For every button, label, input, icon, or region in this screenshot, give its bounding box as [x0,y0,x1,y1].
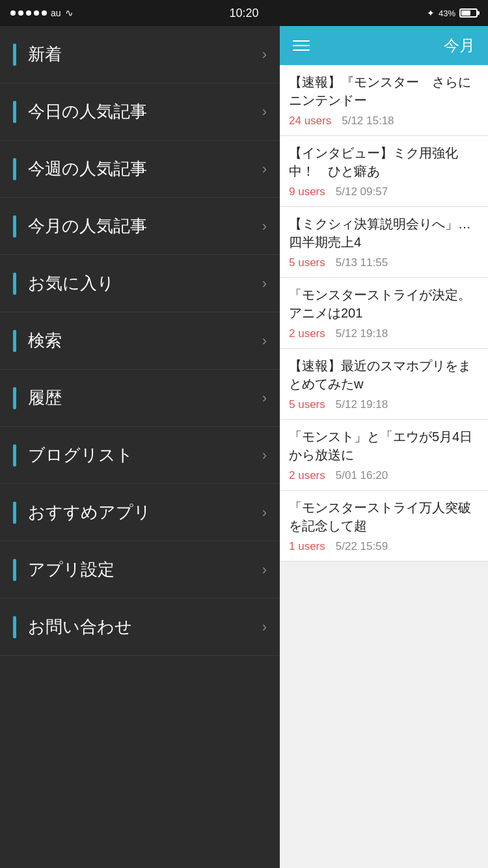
chevron-right-icon: › [262,447,267,464]
article-title: 【速報】『モンスター さらにニンテンドー [289,73,479,109]
sidebar-label: ブログリスト [28,444,262,467]
article-date: 5/12 09:57 [336,185,388,198]
chevron-right-icon: › [262,390,267,407]
sidebar-item-rireki[interactable]: 履歴 › [0,370,280,427]
article-title: 【インタビュー】ミク用強化中！ ひと癖あ [289,144,479,180]
sidebar-label: 今週の人気記事 [28,157,262,180]
status-left: au ∿ [10,7,74,19]
article-title: 「モンスターストライ万人突破を記念して超 [289,498,479,535]
article-meta: 2 users 5/12 19:18 [289,327,479,340]
sidebar-item-kongetsu[interactable]: 今月の人気記事 › [0,198,280,255]
sidebar-accent [13,273,16,295]
sidebar-item-settei[interactable]: アプリ設定 › [0,541,280,599]
right-header: 今月 [280,26,488,65]
sidebar-label: お問い合わせ [28,616,262,638]
right-panel: 今月 【速報】『モンスター さらにニンテンドー 24 users 5/12 15… [280,26,488,868]
chevron-right-icon: › [262,562,267,578]
article-users: 5 users [289,256,325,269]
article-title: 【速報】最近のスマホプリをまとめてみたw [289,357,479,393]
article-item[interactable]: 【ミクシィ決算説明会りへ」…四半期売上4 5 users 5/13 11:55 [280,207,488,278]
main-layout: 新着 › 今日の人気記事 › 今週の人気記事 › 今月の人気記事 › お気に入り… [0,26,488,868]
header-title: 今月 [444,35,475,56]
article-users: 5 users [289,398,325,411]
sidebar-label: 新着 [28,43,262,66]
hamburger-button[interactable] [293,40,310,51]
article-date: 5/12 19:18 [336,398,388,411]
sidebar-accent [13,158,16,180]
sidebar-accent [13,559,16,581]
hamburger-line [293,45,310,46]
article-users: 24 users [289,115,331,128]
article-users: 2 users [289,469,325,482]
sidebar-item-osusume[interactable]: おすすめアプリ › [0,484,280,541]
article-list: 【速報】『モンスター さらにニンテンドー 24 users 5/12 15:18… [280,65,488,868]
sidebar-item-shinchaku[interactable]: 新着 › [0,26,280,83]
chevron-right-icon: › [262,275,267,292]
sidebar-accent [13,616,16,638]
sidebar-label: 今月の人気記事 [28,215,262,237]
chevron-right-icon: › [262,619,267,636]
article-item[interactable]: 【インタビュー】ミク用強化中！ ひと癖あ 9 users 5/12 09:57 [280,136,488,207]
sidebar-label: 検索 [28,329,262,352]
article-item[interactable]: 【速報】『モンスター さらにニンテンドー 24 users 5/12 15:18 [280,65,488,136]
chevron-right-icon: › [262,332,267,349]
sidebar-item-okiniiri[interactable]: お気に入り › [0,255,280,312]
article-users: 2 users [289,327,325,340]
sidebar-label: 今日の人気記事 [28,100,262,123]
sidebar-accent [13,387,16,409]
sidebar-label: 履歴 [28,387,262,409]
sidebar-label: お気に入り [28,272,262,295]
article-meta: 24 users 5/12 15:18 [289,115,479,128]
sidebar-accent [13,444,16,467]
sidebar-label: おすすめアプリ [28,501,262,524]
signal-dots [10,10,47,16]
article-title: 「モンスト」と「エウが5月4日から放送に [289,427,479,464]
article-meta: 9 users 5/12 09:57 [289,185,479,198]
article-title: 【ミクシィ決算説明会りへ」…四半期売上4 [289,215,479,251]
sidebar-item-konshu[interactable]: 今週の人気記事 › [0,141,280,198]
chevron-right-icon: › [262,218,267,235]
article-date: 5/22 15:59 [336,540,388,553]
article-item[interactable]: 「モンスターストライが決定。アニメは201 2 users 5/12 19:18 [280,278,488,349]
article-meta: 2 users 5/01 16:20 [289,469,479,482]
battery-icon [459,8,478,18]
time-display: 10:20 [229,7,258,20]
sidebar-accent [13,44,16,66]
sidebar-accent [13,215,16,237]
hamburger-line [293,49,310,51]
hamburger-line [293,40,310,42]
article-date: 5/12 15:18 [342,115,394,128]
article-date: 5/13 11:55 [336,256,388,269]
sidebar-accent [13,101,16,123]
carrier-label: au [51,8,61,18]
article-item[interactable]: 【速報】最近のスマホプリをまとめてみたw 5 users 5/12 19:18 [280,349,488,420]
article-date: 5/01 16:20 [336,469,388,482]
article-meta: 5 users 5/12 19:18 [289,398,479,411]
sidebar-item-otoiawase[interactable]: お問い合わせ › [0,599,280,656]
battery-percent: 43% [439,8,455,18]
sidebar: 新着 › 今日の人気記事 › 今週の人気記事 › 今月の人気記事 › お気に入り… [0,26,280,868]
article-item[interactable]: 「モンスターストライ万人突破を記念して超 1 users 5/22 15:59 [280,491,488,562]
battery-fill [461,10,470,16]
article-meta: 1 users 5/22 15:59 [289,540,479,553]
sidebar-label: アプリ設定 [28,558,262,581]
article-item[interactable]: 「モンスト」と「エウが5月4日から放送に 2 users 5/01 16:20 [280,420,488,491]
status-bar: au ∿ 10:20 ✦ 43% [0,0,488,26]
chevron-right-icon: › [262,46,267,63]
sidebar-item-kyou[interactable]: 今日の人気記事 › [0,83,280,141]
article-meta: 5 users 5/13 11:55 [289,256,479,269]
sidebar-accent [13,330,16,352]
chevron-right-icon: › [262,161,267,178]
wifi-icon: ∿ [65,7,74,19]
sidebar-item-kensaku[interactable]: 検索 › [0,312,280,370]
chevron-right-icon: › [262,504,267,521]
status-right: ✦ 43% [427,8,478,18]
article-users: 9 users [289,185,325,198]
article-users: 1 users [289,540,325,553]
chevron-right-icon: › [262,103,267,120]
sidebar-item-blog[interactable]: ブログリスト › [0,427,280,484]
article-title: 「モンスターストライが決定。アニメは201 [289,286,479,322]
article-date: 5/12 19:18 [336,327,388,340]
sidebar-accent [13,502,16,524]
bluetooth-icon: ✦ [427,8,435,18]
